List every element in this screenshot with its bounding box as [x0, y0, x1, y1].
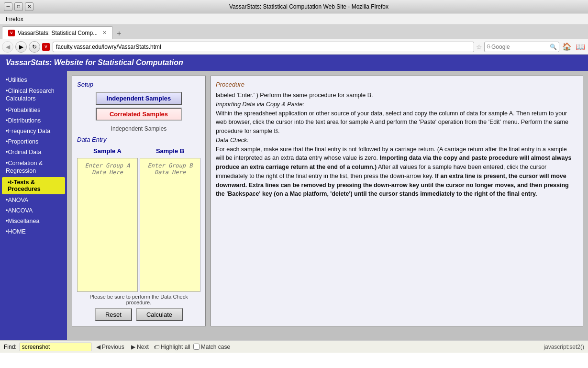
sidebar-item-clinical[interactable]: •Clinical Research Calculators [0, 85, 67, 105]
setup-title: Setup [77, 81, 200, 88]
procedure-text-2: Importing Data via Copy & Paste: Within … [216, 100, 576, 136]
data-entry-grid: Sample A Sample B [77, 146, 200, 292]
close-button[interactable]: ✕ [25, 2, 33, 11]
tab-close-icon[interactable]: ✕ [102, 30, 107, 36]
new-tab-button[interactable]: + [113, 28, 125, 39]
procedure-text-3: Data Check: For each sample, make sure t… [216, 136, 576, 199]
menu-firefox[interactable]: Firefox [2, 15, 27, 23]
calculate-button[interactable]: Calculate [136, 308, 183, 321]
highlight-label: Highlight all [161, 344, 190, 350]
procedure-title: Procedure [216, 81, 578, 88]
action-buttons: Reset Calculate [77, 308, 200, 321]
back-button[interactable]: ◀ [2, 41, 13, 53]
sidebar-label-clinical: •Clinical Research Calculators [6, 88, 55, 102]
search-icon[interactable]: 🔍 [550, 44, 557, 50]
match-case-text: Match case [201, 344, 230, 350]
find-previous-button[interactable]: ◀ Previous [94, 343, 126, 351]
tab-vassarstats[interactable]: V VassarStats: Statistical Comp... ✕ [2, 26, 113, 39]
sample-a-input[interactable] [77, 158, 138, 292]
match-case-checkbox[interactable] [193, 344, 200, 350]
tab-label: VassarStats: Statistical Comp... [18, 30, 98, 36]
sidebar-label-ttests: •t-Tests &Procedures [8, 179, 41, 192]
url-favicon: V [42, 43, 50, 51]
sidebar-item-ancova[interactable]: •ANCOVA [0, 205, 67, 216]
main-layout: •Utilities •Clinical Research Calculator… [0, 71, 588, 340]
bookmark-star-icon[interactable]: ☆ [476, 43, 482, 51]
find-input[interactable] [20, 343, 91, 351]
correlated-samples-button[interactable]: Correlated Samples [96, 108, 182, 121]
home-button[interactable]: 🏠 [561, 41, 573, 53]
sidebar-item-anova[interactable]: •ANOVA [0, 195, 67, 205]
sidebar: •Utilities •Clinical Research Calculator… [0, 71, 67, 340]
col-b-header: Sample B [140, 146, 200, 156]
restore-button[interactable]: □ [14, 2, 23, 11]
site-header: VassarStats: Website for Statistical Com… [0, 55, 588, 71]
search-box-wrap: G 🔍 [484, 42, 559, 52]
search-input[interactable] [491, 44, 549, 50]
sidebar-item-miscellanea[interactable]: •Miscellanea [0, 216, 67, 226]
sidebar-item-distributions[interactable]: •Distributions [0, 115, 67, 126]
content-area[interactable]: Setup Independent Samples Correlated Sam… [67, 71, 588, 340]
window-title: VassarStats: Statistical Computation Web… [33, 3, 584, 10]
sidebar-item-utilities[interactable]: •Utilities [0, 75, 67, 85]
status-bar-text: javascript:set2() [544, 344, 584, 350]
sidebar-item-ttests[interactable]: •t-Tests &Procedures [2, 177, 65, 194]
reload-button[interactable]: ↻ [29, 41, 40, 53]
sidebar-item-proportions[interactable]: •Proportions [0, 136, 67, 147]
address-bar: ◀ ▶ ↻ V ☆ G 🔍 🏠 📖 [0, 39, 588, 55]
site-title: VassarStats: Website for Statistical Com… [6, 58, 183, 67]
setup-buttons: Independent Samples Correlated Samples I… [77, 92, 200, 132]
forward-button[interactable]: ▶ [15, 41, 27, 53]
procedure-text-1: labeled 'Enter.' ) Perform the same proc… [216, 91, 576, 100]
bookmark-button[interactable]: 📖 [575, 41, 586, 53]
data-entry-title: Data Entry [77, 136, 200, 143]
google-icon: G [487, 44, 490, 49]
independent-label: Independent Samples [111, 125, 167, 132]
highlight-icon: 🏷 [154, 344, 159, 350]
menu-bar: Firefox [0, 13, 588, 25]
sidebar-item-correlation[interactable]: •Correlation & Regression [0, 157, 67, 177]
sample-b-input[interactable] [140, 158, 200, 292]
data-check-note: Please be sure to perform the Data Check… [77, 294, 200, 305]
sidebar-item-frequency[interactable]: •Frequency Data [0, 126, 67, 136]
procedure-panel: Procedure labeled 'Enter.' ) Perform the… [211, 76, 583, 326]
sidebar-item-probabilities[interactable]: •Probabilities [0, 105, 67, 115]
setup-panel: Setup Independent Samples Correlated Sam… [72, 76, 206, 326]
sidebar-item-ordinal[interactable]: •Ordinal Data [0, 147, 67, 157]
data-entry-section: Data Entry Sample A Sample B Please be s… [77, 136, 200, 321]
match-case-label[interactable]: Match case [193, 344, 230, 350]
tab-favicon: V [8, 30, 15, 36]
sidebar-label-correlation: •Correlation & Regression [6, 160, 43, 174]
procedure-scroll[interactable]: labeled 'Enter.' ) Perform the same proc… [216, 91, 578, 321]
setup-container: Setup Independent Samples Correlated Sam… [72, 76, 583, 326]
sidebar-item-home[interactable]: •HOME [0, 226, 67, 237]
tab-bar: V VassarStats: Statistical Comp... ✕ + [0, 25, 588, 39]
col-a-header: Sample A [77, 146, 138, 156]
find-bar: Find: ◀ Previous ▶ Next 🏷 Highlight all … [0, 340, 588, 353]
url-input[interactable] [53, 42, 474, 52]
minimize-button[interactable]: ─ [4, 2, 12, 11]
title-bar: ─ □ ✕ VassarStats: Statistical Computati… [0, 0, 588, 13]
find-label: Find: [4, 344, 17, 350]
independent-samples-button[interactable]: Independent Samples [96, 92, 182, 105]
window-controls[interactable]: ─ □ ✕ [4, 2, 33, 11]
find-next-button[interactable]: ▶ Next [129, 343, 151, 351]
reset-button[interactable]: Reset [95, 308, 132, 321]
highlight-all-checkbox[interactable]: 🏷 Highlight all [154, 344, 190, 350]
